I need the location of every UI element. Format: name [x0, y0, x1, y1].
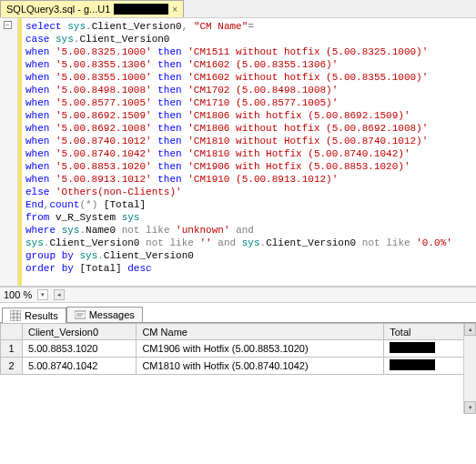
cell-total	[384, 358, 464, 375]
vertical-scrollbar[interactable]: ▴ ▾	[463, 323, 476, 414]
cell-version: 5.00.8740.1042	[23, 358, 137, 375]
redacted-block	[114, 4, 168, 15]
collapse-icon[interactable]: −	[4, 21, 12, 29]
tab-strip: SQLQuery3.sql - g...U1 ×	[0, 0, 476, 18]
results-tabs: Results Messages	[0, 303, 476, 323]
svg-rect-5	[75, 311, 86, 318]
close-icon[interactable]: ×	[172, 5, 177, 15]
grid-icon	[10, 310, 21, 321]
tab-results-label: Results	[25, 310, 58, 321]
zoom-dropdown-icon[interactable]: ▾	[37, 289, 48, 300]
zoom-bar: 100 % ▾ ◂	[0, 287, 476, 303]
table-row[interactable]: 1 5.00.8853.1020 CM1906 with Hotfix (5.0…	[1, 340, 464, 358]
col-client-version[interactable]: Client_Version0	[23, 324, 137, 340]
message-icon	[75, 309, 86, 320]
svg-rect-0	[10, 310, 21, 321]
redacted-block	[390, 342, 435, 353]
cell-version: 5.00.8853.1020	[23, 340, 137, 358]
col-rownum[interactable]	[1, 324, 23, 340]
fold-gutter: −	[0, 18, 18, 286]
zoom-level: 100 %	[4, 289, 32, 300]
cell-total	[384, 340, 464, 358]
col-total[interactable]: Total	[384, 324, 464, 340]
tab-messages[interactable]: Messages	[66, 307, 143, 322]
redacted-block	[390, 359, 435, 370]
results-grid[interactable]: Client_Version0 CM Name Total 1 5.00.885…	[0, 323, 464, 375]
table-row[interactable]: 2 5.00.8740.1042 CM1810 with Hotfix (5.0…	[1, 358, 464, 375]
code-area[interactable]: select sys.Client_Version0, "CM Name"= c…	[22, 18, 476, 286]
tab-title: SQLQuery3.sql - g...U1	[6, 4, 110, 15]
row-number: 2	[1, 358, 23, 375]
tab-results[interactable]: Results	[2, 308, 66, 323]
scroll-left-icon[interactable]: ◂	[54, 289, 65, 300]
scroll-down-icon[interactable]: ▾	[464, 401, 476, 414]
cell-cmname: CM1906 with Hotfix (5.00.8853.1020)	[137, 340, 384, 358]
cell-cmname: CM1810 with Hotfix (5.00.8740.1042)	[137, 358, 384, 375]
col-cm-name[interactable]: CM Name	[137, 324, 384, 340]
document-tab[interactable]: SQLQuery3.sql - g...U1 ×	[0, 0, 184, 17]
row-number: 1	[1, 340, 23, 358]
sql-editor[interactable]: − select sys.Client_Version0, "CM Name"=…	[0, 18, 476, 287]
tab-messages-label: Messages	[89, 309, 135, 320]
scroll-up-icon[interactable]: ▴	[464, 323, 476, 336]
results-grid-wrap: Client_Version0 CM Name Total 1 5.00.885…	[0, 323, 476, 414]
